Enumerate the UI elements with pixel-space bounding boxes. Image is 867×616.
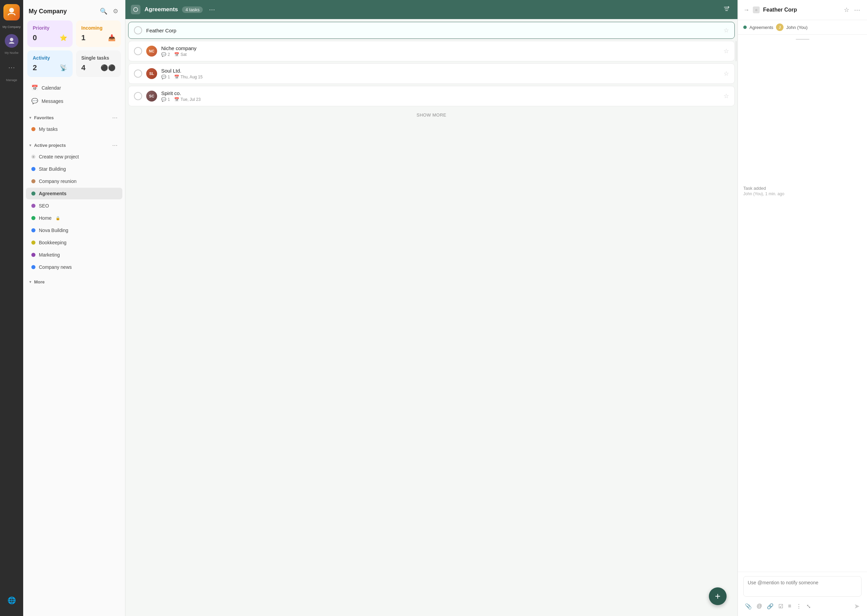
priority-count: 0 xyxy=(33,33,37,42)
activity-card[interactable]: Activity 2 📡 xyxy=(27,50,72,77)
create-new-icon: + xyxy=(31,155,35,159)
active-projects-more-btn[interactable]: ⋯ xyxy=(110,141,120,149)
breadcrumb-avatar: J xyxy=(776,24,784,31)
breadcrumb-user: John (You) xyxy=(786,25,807,30)
favorites-chevron: ▼ xyxy=(28,116,32,119)
task-checkbox-spirit-co[interactable] xyxy=(134,92,142,100)
active-projects-chevron: ▼ xyxy=(28,143,32,147)
search-button[interactable]: 🔍 xyxy=(99,6,109,16)
star-button[interactable]: ☆ xyxy=(842,5,851,15)
sidebar-item-company-news[interactable]: Company news xyxy=(26,261,122,273)
task-item-soul-ltd[interactable]: SL Soul Ltd. 💬 1 📅 Thu, Aug 15 ☆ xyxy=(128,63,735,84)
my-nozbe-avatar[interactable] xyxy=(5,34,19,48)
active-projects-toggle[interactable]: ▼ Active projects xyxy=(28,143,66,148)
star-building-dot xyxy=(31,167,35,171)
priority-card[interactable]: Priority 0 ⭐ xyxy=(27,20,72,47)
task-info-soul-ltd: Soul Ltd. 💬 1 📅 Thu, Aug 15 xyxy=(161,68,719,79)
task-avatar-niche-company: NC xyxy=(146,46,157,57)
home-lock-icon: 🔒 xyxy=(55,216,60,220)
task-avatar-soul-ltd: SL xyxy=(146,68,157,79)
company-news-label: Company news xyxy=(39,264,72,270)
agreements-label: Agreements xyxy=(39,191,66,196)
task-info-spirit-co: Spirit co. 💬 1 📅 Tue, Jul 23 xyxy=(161,90,719,102)
link-btn[interactable]: 🔗 xyxy=(765,601,775,611)
task-item-feather-corp[interactable]: Feather Corp ☆ xyxy=(128,22,735,39)
priority-label: Priority xyxy=(33,25,67,31)
main-panel-title: Agreements xyxy=(145,6,178,13)
header-sort-btn[interactable] xyxy=(721,3,732,16)
more-toggle[interactable]: ▼ More xyxy=(28,280,45,284)
sidebar-item-marketing[interactable]: Marketing xyxy=(26,249,122,261)
settings-globe-btn[interactable]: 🌐 xyxy=(4,593,19,608)
sidebar-item-bookkeeping[interactable]: Bookkeeping xyxy=(26,237,122,248)
sidebar-item-agreements[interactable]: Agreements xyxy=(26,188,122,199)
attach-btn[interactable]: 📎 xyxy=(743,601,754,611)
right-divider xyxy=(796,39,809,40)
add-task-fab[interactable]: + xyxy=(709,588,727,605)
send-btn[interactable]: ➤ xyxy=(852,600,862,612)
comment-icon: 💬 xyxy=(161,75,166,79)
company-label: My Company xyxy=(2,25,20,28)
sidebar-item-calendar[interactable]: 📅 Calendar xyxy=(26,82,122,94)
calendar-icon: 📅 xyxy=(174,97,179,102)
right-divider-area xyxy=(738,35,867,44)
task-star-spirit-co[interactable]: ☆ xyxy=(724,92,729,100)
incoming-icon: 📥 xyxy=(108,34,115,42)
checklist-btn[interactable]: ☑ xyxy=(777,601,785,611)
comment-count: 1 xyxy=(168,75,170,79)
project-header-icon xyxy=(131,5,140,14)
mention-btn[interactable]: @ xyxy=(755,601,764,611)
comment-input[interactable] xyxy=(743,576,862,597)
task-item-niche-company[interactable]: NC Niche company 💬 2 📅 Sat ☆ xyxy=(128,41,735,61)
incoming-count: 1 xyxy=(82,33,85,42)
single-tasks-count: 4 xyxy=(82,63,85,72)
sidebar-item-my-tasks[interactable]: My tasks xyxy=(26,123,122,135)
task-star-niche-company[interactable]: ☆ xyxy=(724,47,729,55)
sidebar-item-nova-building[interactable]: Nova Building xyxy=(26,225,122,236)
sidebar-item-seo[interactable]: SEO xyxy=(26,200,122,212)
favorites-more-btn[interactable]: ⋯ xyxy=(110,114,120,122)
task-star-feather-corp[interactable]: ☆ xyxy=(724,27,729,34)
header-more-btn[interactable]: ⋯ xyxy=(207,4,217,15)
home-dot xyxy=(31,216,35,220)
comment-count: 1 xyxy=(168,97,170,102)
single-tasks-card[interactable]: Single tasks 4 ⚫⚫ xyxy=(76,50,121,77)
bullet-list-btn[interactable]: ≡ xyxy=(786,601,793,611)
sidebar-item-home[interactable]: Home 🔒 xyxy=(26,212,122,224)
task-checkbox-feather-corp[interactable] xyxy=(134,26,142,35)
task-checkbox-niche-company[interactable] xyxy=(134,47,142,55)
sidebar-item-create-new[interactable]: + Create new project xyxy=(26,151,122,162)
sidebar-item-star-building[interactable]: Star Building xyxy=(26,163,122,175)
sidebar-item-company-reunion[interactable]: Company reunion xyxy=(26,176,122,187)
back-arrow-icon[interactable]: → xyxy=(743,6,749,14)
task-list: Feather Corp ☆ NC Niche company 💬 2 xyxy=(126,19,738,616)
priority-icon: ⭐ xyxy=(60,34,67,42)
show-more-button[interactable]: SHOW MORE xyxy=(128,108,735,122)
task-meta-niche-company: 💬 2 📅 Sat xyxy=(161,52,719,57)
right-more-btn[interactable]: ⋯ xyxy=(853,5,862,15)
task-item-spirit-co[interactable]: SC Spirit co. 💬 1 📅 Tue, Jul 23 xyxy=(128,86,735,106)
numbered-list-btn[interactable]: ⋮ xyxy=(795,601,803,611)
app-logo[interactable] xyxy=(3,4,20,20)
my-tasks-dot xyxy=(31,127,35,131)
expand-btn[interactable]: ⤡ xyxy=(805,601,812,611)
task-info-feather-corp: Feather Corp xyxy=(146,28,719,33)
favorites-toggle[interactable]: ▼ Favorites xyxy=(28,115,54,120)
favorites-section-header: ▼ Favorites ⋯ xyxy=(23,110,125,123)
settings-button[interactable]: ⚙ xyxy=(112,6,120,16)
scrollbar-indicator xyxy=(735,41,737,61)
comment-toolbar: 📎 @ 🔗 ☑ ≡ ⋮ ⤡ ➤ xyxy=(743,600,862,612)
activity-section: Task added John (You), 1 min. ago xyxy=(738,180,867,202)
sidebar-item-messages[interactable]: 💬 Messages xyxy=(26,95,122,107)
task-date-spirit-co: 📅 Tue, Jul 23 xyxy=(174,97,201,102)
date-text: Sat xyxy=(181,52,187,57)
manage-btn[interactable]: ⋯ xyxy=(4,60,19,75)
activity-label: Activity xyxy=(33,55,67,61)
task-checkbox-soul-ltd[interactable] xyxy=(134,69,142,78)
right-scroll-area: Task added John (You), 1 min. ago xyxy=(738,44,867,572)
breadcrumb-project[interactable]: Agreements xyxy=(749,25,773,30)
incoming-card[interactable]: Incoming 1 📥 xyxy=(76,20,121,47)
sidebar-header: My Company 🔍 ⚙ xyxy=(23,0,125,20)
task-meta-spirit-co: 💬 1 📅 Tue, Jul 23 xyxy=(161,97,719,102)
task-star-soul-ltd[interactable]: ☆ xyxy=(724,70,729,77)
